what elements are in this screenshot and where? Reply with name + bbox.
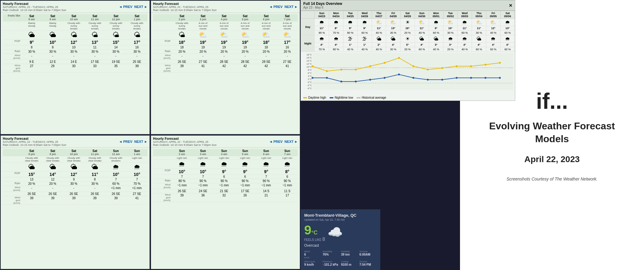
svg-point-36 [412, 77, 414, 79]
svg-point-28 [499, 62, 501, 64]
pop-label-tl: POP [3, 40, 21, 45]
panel-bottom-right-next[interactable]: NEXT ► [285, 140, 298, 143]
svg-point-18 [355, 69, 357, 70]
tr-pop2: 19 [213, 45, 235, 50]
tr-col3-hdr: Sat5 pm [235, 14, 256, 21]
tl-desc3: Cloudy withsunnybreaks [84, 21, 105, 31]
panel-top-left-header: Hourly Forecast SATURDAY, APRIL 22 - TUE… [1, 1, 149, 13]
tl-wdir0: 9 E [21, 60, 42, 64]
tl-wdir4: 19 SE [105, 60, 127, 64]
widget-temp: 9 [304, 223, 311, 237]
tl-desc4: Cloudy withsunnybreaks [105, 21, 127, 31]
panel-top-left-title: Hourly Forecast [3, 2, 66, 6]
feels-label: Feels like [3, 14, 21, 21]
svg-point-29 [312, 77, 313, 79]
desc-label-tl [3, 21, 21, 31]
widget-sunrise-val: 6:00AM [359, 253, 377, 256]
col4-hdr: Sat12 pm [105, 14, 127, 21]
svg-point-22 [412, 65, 414, 67]
tl-icon5: 🌤 [126, 31, 148, 40]
tr-desc2: A mix ofsun andclouds [213, 21, 235, 31]
widget-sunrise-label: Sunrise [359, 250, 377, 253]
tl-wdir1: 12 E [42, 60, 63, 64]
tr-icon0: 🌤 [171, 31, 193, 40]
panel-bottom-left-next[interactable]: NEXT ► [134, 140, 148, 143]
svg-point-38 [441, 79, 443, 81]
svg-point-27 [485, 64, 486, 66]
overview-title: Full 14 Days Overview [303, 2, 342, 6]
overview-th-1: Mon04/24 [329, 11, 343, 19]
svg-text:8°C: 8°C [308, 69, 312, 71]
tl-desc2: Cloudy withsunnybreaks [63, 21, 84, 31]
gust-label-tl: Windgust(km/h) [3, 64, 21, 73]
widget-gust-val: 9 km/h [304, 263, 321, 266]
panel-top-right-prev[interactable]: ◄ PREV [269, 5, 283, 9]
svg-point-17 [340, 69, 342, 70]
overview-panel: Full 14 Days Overview Apr 23 - May 6 ✕ S… [301, 0, 515, 101]
widget-wind-label: Wind [304, 250, 321, 253]
svg-point-40 [470, 77, 472, 79]
widget-humidity-val: 76% [323, 253, 340, 256]
svg-rect-0 [312, 53, 513, 90]
col0-hdr: Sat8 am [21, 14, 42, 21]
svg-text:4°C: 4°C [308, 75, 312, 78]
panel-top-left-prev[interactable]: ◄ PREV [119, 5, 132, 9]
tl-gust0: 27 [21, 64, 42, 73]
tr-rain1: 20 % [193, 50, 214, 54]
overview-close-btn[interactable]: ✕ [509, 3, 512, 8]
overview-header-row: Sun04/23 Mon04/24 Tue04/25 Wed04/26 Thu0… [301, 11, 515, 19]
main-container: Hourly Forecast SATURDAY, APRIL 22 - TUE… [0, 0, 644, 270]
overview-table-container: Sun04/23 Mon04/24 Tue04/25 Wed04/26 Thu0… [301, 11, 515, 52]
panel-bottom-left-prev[interactable]: ◄ PREV [119, 140, 132, 143]
tl-gust1: 29 [42, 64, 63, 73]
col1-hdr: Sat9 am [42, 14, 63, 21]
widget-visibility: Visibility 39 km [341, 250, 358, 259]
overview-th-12: Fri05/05 [486, 11, 500, 19]
tr-col0-hdr: Sat2 pm [171, 14, 193, 21]
panel-top-left-content: Feels like Sat8 am Sat9 am Sat10 am Sat1… [1, 13, 149, 74]
svg-text:-2°C: -2°C [307, 84, 312, 87]
svg-text:14°C: 14°C [306, 59, 312, 62]
tr-temp2: 19° [213, 40, 235, 45]
panel-bottom-left-rain: Rain Outlook: 10-15 mm 8:00am Sat to 7:0… [3, 143, 66, 146]
panel-top-right-header: Hourly Forecast SATURDAY, APRIL 22 - TUE… [151, 1, 300, 13]
legend-nighttime: Nighttime low [330, 96, 353, 99]
legend-nighttime-label: Nighttime low [335, 96, 353, 99]
panel-bottom-right-rain: Rain Outlook: 10-15 mm 8:00am Sat to 7:0… [153, 143, 217, 146]
tr-pop4: 18 [256, 45, 277, 50]
tl-wdir5: 25 SE [126, 60, 148, 64]
svg-point-26 [470, 65, 472, 67]
panel-bottom-right-prev[interactable]: ◄ PREV [269, 140, 283, 143]
panel-top-left-title-block: Hourly Forecast SATURDAY, APRIL 22 - TUE… [3, 2, 66, 12]
overview-date-range: Apr 23 - May 6 [303, 6, 324, 9]
tl-rain3: 30 % [84, 50, 105, 54]
icon-label-tl [3, 31, 21, 40]
tl-wind2: - [63, 54, 84, 60]
panel-top-left-next[interactable]: NEXT ► [134, 5, 148, 9]
tr-icon4: ⛅ [256, 31, 277, 40]
panel-top-right-date: SATURDAY, APRIL 22 - TUESDAY, APRIL 25 [153, 6, 217, 9]
col3-hdr: Sat11 am [84, 14, 105, 21]
legend-daytime-icon [303, 97, 307, 98]
overview-th-5: Fri04/28 [386, 11, 401, 19]
widget-wind: Wind 6 km/h [304, 250, 321, 259]
weather-widget: Mont-Tremblant-Village, QC Updated on Sa… [301, 209, 380, 270]
panel-top-right-next[interactable]: NEXT ► [285, 5, 298, 9]
if-text: if... [536, 89, 568, 114]
tl-desc0: Mainlycloudy [21, 21, 42, 31]
tr-pop1: 19 [193, 45, 214, 50]
tl-wdir2: 14 E [63, 60, 84, 64]
overview-th-8: Mon05/01 [429, 11, 443, 19]
tl-pop4: 14 [105, 45, 127, 50]
widget-ceiling-label: Ceiling [341, 260, 358, 263]
tr-rain0: 20 % [171, 50, 193, 54]
col2-hdr: Sat10 am [63, 14, 84, 21]
overview-th-7: Sun04/30 [415, 11, 429, 19]
col5-hdr: Sat1 pm [126, 14, 148, 21]
tl-temp0: 9° [21, 40, 42, 45]
tl-icon0: 🌥 [21, 31, 42, 40]
widget-updated: Updated on Sat, Apr 22, 7:35 AM [304, 218, 377, 221]
svg-point-42 [499, 77, 501, 79]
tl-rain2: 30 % [63, 50, 84, 54]
panel-top-right-nav: ◄ PREV NEXT ► [269, 5, 298, 9]
